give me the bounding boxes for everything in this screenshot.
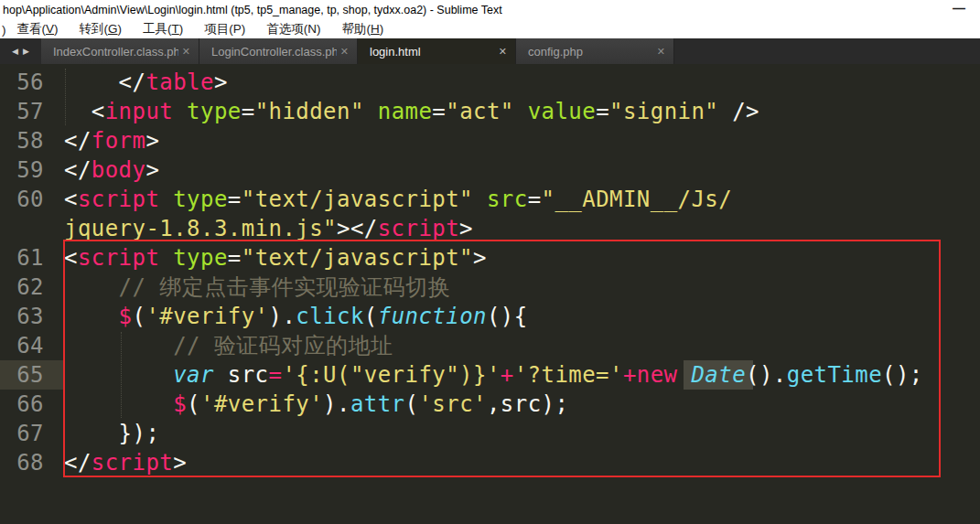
menu-item[interactable]: 帮助(H) xyxy=(342,21,384,37)
line-number[interactable]: 64 xyxy=(0,331,64,360)
code-line: 64 // 验证码对应的地址 xyxy=(0,331,980,360)
line-number[interactable]: 63 xyxy=(0,302,64,331)
menu-bar: )查看(V)转到(G)工具(T)项目(P)首选项(N)帮助(H) xyxy=(0,20,980,38)
tab-label: login.html xyxy=(370,45,495,59)
line-number[interactable]: 59 xyxy=(0,155,64,185)
code-line: 63 $('#verify').click(function(){ xyxy=(0,302,980,331)
line-number[interactable]: 67 xyxy=(0,419,64,448)
close-icon[interactable]: ✕ xyxy=(178,46,190,58)
line-number[interactable]: 61 xyxy=(0,243,64,273)
menu-item[interactable]: 工具(T) xyxy=(143,21,183,37)
line-number[interactable]: 66 xyxy=(0,390,64,419)
code-line: 68</script> xyxy=(0,448,980,477)
indent-guide xyxy=(65,69,66,125)
line-number[interactable]: 65 xyxy=(0,360,64,390)
sublime-window: hop\Application\Admin\View\Login\login.h… xyxy=(0,0,980,524)
menu-item[interactable]: 首选项(N) xyxy=(266,21,320,37)
forward-icon[interactable]: ▶ xyxy=(23,47,29,56)
code-text[interactable]: </script> xyxy=(64,448,980,477)
tabs: IndexController.class.php✕LoginControlle… xyxy=(41,38,674,64)
tab-nav: ◀ ▶ xyxy=(0,38,41,64)
code-text[interactable]: <script type="text/javascript"> xyxy=(64,243,980,273)
code-text[interactable]: </table> xyxy=(64,68,980,97)
code-line: 61<script type="text/javascript"> xyxy=(0,243,980,273)
code-text[interactable]: </body> xyxy=(64,155,980,185)
tab-login-html[interactable]: login.html✕ xyxy=(358,38,516,64)
close-icon[interactable]: ✕ xyxy=(337,46,349,58)
minimize-icon[interactable]: — xyxy=(953,1,965,16)
menu-item[interactable]: 项目(P) xyxy=(204,21,245,37)
code-line: 57 <input type="hidden" name="act" value… xyxy=(0,97,980,126)
code-text[interactable]: // 验证码对应的地址 xyxy=(64,331,980,360)
tab-config-php[interactable]: config.php✕ xyxy=(516,38,674,64)
code-line: 59</body> xyxy=(0,155,980,185)
code-text[interactable]: }); xyxy=(64,419,980,448)
menu-item[interactable]: 转到(G) xyxy=(80,21,123,37)
code-line: 58</form> xyxy=(0,126,980,155)
line-number[interactable]: 57 xyxy=(0,97,64,126)
code-text[interactable]: <script type="text/javascript" src="__AD… xyxy=(64,185,980,214)
menu-item[interactable]: 查看(V) xyxy=(17,21,59,37)
code-text[interactable]: $('#verify').attr('src',src); xyxy=(64,390,980,419)
line-number[interactable]: 62 xyxy=(0,273,64,302)
code-line: 66 $('#verify').attr('src',src); xyxy=(0,390,980,419)
line-number[interactable]: 58 xyxy=(0,126,64,155)
code-text[interactable]: var src='{:U("verify")}'+'?time='+new Da… xyxy=(64,360,980,390)
menu-item[interactable]: ) xyxy=(2,23,6,37)
code-line: 60<script type="text/javascript" src="__… xyxy=(0,185,980,214)
code-text[interactable]: </form> xyxy=(64,126,980,155)
back-icon[interactable]: ◀ xyxy=(12,47,18,56)
line-number[interactable]: 56 xyxy=(0,68,64,97)
code-line: 67 }); xyxy=(0,419,980,448)
tab-indexcontroller-class-php[interactable]: IndexController.class.php✕ xyxy=(41,38,199,64)
window-title: hop\Application\Admin\View\Login\login.h… xyxy=(3,4,502,16)
line-number[interactable]: 60 xyxy=(0,185,64,214)
tab-label: LoginController.class.php xyxy=(211,45,337,59)
tab-label: config.php xyxy=(528,45,653,59)
selected-text[interactable]: Date xyxy=(684,360,753,390)
line-number[interactable]: 68 xyxy=(0,448,64,477)
code-text[interactable]: // 绑定点击事件实现验证码切换 xyxy=(64,273,980,302)
code-line: 65 var src='{:U("verify")}'+'?time='+new… xyxy=(0,360,980,390)
code-area: 56 </table>57 <input type="hidden" name=… xyxy=(0,64,980,477)
code-text[interactable]: $('#verify').click(function(){ xyxy=(64,302,980,331)
title-bar: hop\Application\Admin\View\Login\login.h… xyxy=(0,0,980,20)
line-number[interactable] xyxy=(0,214,64,243)
tab-label: IndexController.class.php xyxy=(53,45,178,59)
tab-logincontroller-class-php[interactable]: LoginController.class.php✕ xyxy=(199,38,358,64)
code-line: 62 // 绑定点击事件实现验证码切换 xyxy=(0,273,980,302)
tab-bar: ◀ ▶ IndexController.class.php✕LoginContr… xyxy=(0,38,980,64)
code-text[interactable]: jquery-1.8.3.min.js"></script> xyxy=(64,214,980,243)
code-text[interactable]: <input type="hidden" name="act" value="s… xyxy=(64,97,980,126)
editor[interactable]: 56 </table>57 <input type="hidden" name=… xyxy=(0,64,980,524)
code-line: jquery-1.8.3.min.js"></script> xyxy=(0,214,980,243)
indent-guide xyxy=(121,332,122,418)
code-line: 56 </table> xyxy=(0,68,980,97)
close-icon[interactable]: ✕ xyxy=(653,46,665,58)
close-icon[interactable]: ✕ xyxy=(495,46,507,58)
